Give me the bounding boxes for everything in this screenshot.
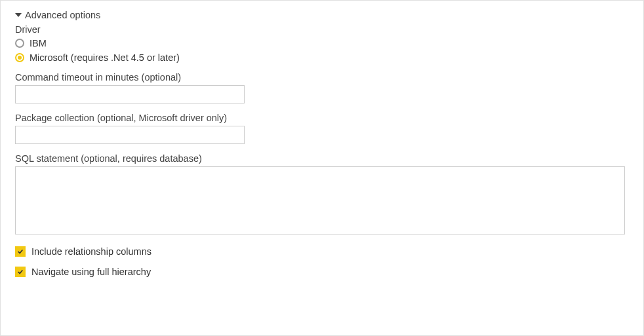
driver-group-label: Driver (15, 24, 628, 35)
advanced-options-panel: Advanced options Driver IBM Microsoft (r… (0, 0, 644, 336)
radio-icon (15, 53, 24, 62)
checkbox-checked-icon (15, 267, 26, 277)
navigate-hierarchy-checkbox[interactable]: Navigate using full hierarchy (15, 267, 628, 277)
sql-label: SQL statement (optional, requires databa… (15, 153, 628, 164)
sql-statement-input[interactable] (15, 166, 625, 234)
driver-radio-microsoft[interactable]: Microsoft (requires .Net 4.5 or later) (15, 52, 628, 63)
package-label: Package collection (optional, Microsoft … (15, 113, 628, 123)
chevron-down-icon (15, 13, 22, 17)
include-relationship-checkbox[interactable]: Include relationship columns (15, 246, 628, 257)
radio-icon (15, 39, 24, 48)
radio-selected-dot-icon (18, 56, 22, 60)
checkbox-checked-icon (15, 246, 26, 257)
advanced-options-title: Advanced options (25, 10, 100, 20)
navigate-hierarchy-label: Navigate using full hierarchy (31, 267, 151, 277)
advanced-options-toggle[interactable]: Advanced options (15, 10, 628, 20)
driver-radio-microsoft-label: Microsoft (requires .Net 4.5 or later) (30, 52, 180, 63)
timeout-input[interactable] (15, 85, 245, 103)
include-relationship-label: Include relationship columns (31, 246, 151, 257)
timeout-label: Command timeout in minutes (optional) (15, 72, 628, 83)
package-input[interactable] (15, 126, 245, 144)
driver-radio-ibm[interactable]: IBM (15, 38, 628, 48)
driver-radio-ibm-label: IBM (30, 38, 47, 48)
